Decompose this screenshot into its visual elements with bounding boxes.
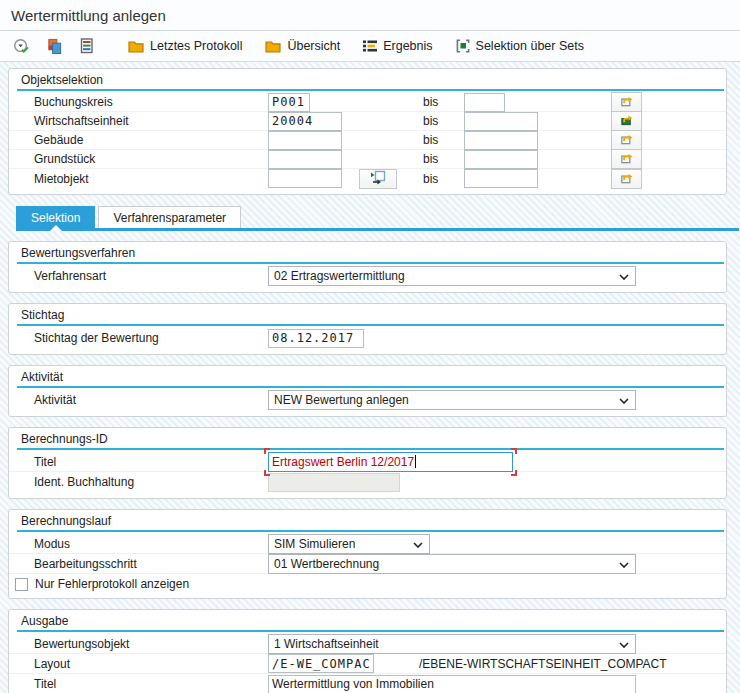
main-content: Objektselektion Buchungskreis bis Wir — [0, 62, 740, 693]
multi-select-button[interactable] — [611, 130, 642, 150]
section-underline — [17, 262, 724, 264]
multi-select-icon — [619, 131, 635, 149]
gebaeude-to-input[interactable] — [464, 131, 538, 150]
tab-strip: Selektion Verfahrensparameter — [16, 206, 739, 231]
protocol-list-button[interactable] — [76, 36, 98, 56]
stichtag-label: Stichtag der Bewertung — [34, 328, 268, 348]
multi-select-button[interactable] — [611, 92, 642, 112]
wirtschaftseinheit-input[interactable] — [268, 112, 342, 131]
window-titlebar: Wertermittlung anlegen — [0, 0, 740, 31]
wirtschaftseinheit-to-input[interactable] — [464, 112, 538, 131]
active-tab-notch — [50, 225, 62, 231]
verfahrensart-select[interactable]: 02 Ertragswertermittlung — [268, 266, 636, 286]
focus-corner — [511, 470, 517, 476]
mietobjekt-row: Mietobjekt bis — [9, 169, 726, 188]
verfahrensart-row: Verfahrensart 02 Ertragswertermittlung — [9, 266, 726, 286]
section-title: Stichtag — [9, 304, 726, 324]
grundstueck-row: Grundstück bis — [9, 150, 726, 169]
aktivitaet-select[interactable]: NEW Bewertung anlegen — [268, 390, 636, 410]
last-protocol-button[interactable]: Letztes Protokoll — [124, 37, 245, 56]
modus-select[interactable]: SIM Simulieren — [268, 534, 430, 554]
buchungskreis-to-input[interactable] — [464, 93, 505, 112]
execute-icon — [13, 38, 30, 55]
layout-input[interactable] — [268, 654, 374, 673]
chevron-down-icon — [619, 557, 629, 571]
layout-row: Layout /EBENE-WIRTSCHAFTSEINHEIT_COMPACT — [9, 654, 726, 674]
buchungskreis-input[interactable] — [268, 93, 310, 112]
ident-buchhaltung-label: Ident. Buchhaltung — [34, 472, 268, 492]
layout-label: Layout — [34, 654, 268, 673]
modus-row: Modus SIM Simulieren — [9, 534, 726, 554]
grundstueck-label: Grundstück — [34, 150, 268, 168]
grundstueck-to-input[interactable] — [464, 150, 538, 169]
wirtschaftseinheit-row: Wirtschaftseinheit bis — [9, 112, 726, 131]
chevron-down-icon — [619, 637, 629, 651]
berechnungslauf-group: Berechnungslauf Modus SIM Simulieren Bea… — [8, 509, 727, 599]
chevron-down-icon — [413, 537, 423, 551]
selection-via-sets-button[interactable]: Selektion über Sets — [452, 36, 587, 56]
pages-icon — [46, 38, 63, 55]
fehlerprotokoll-checkbox-row: Nur Fehlerprotokoll anzeigen — [9, 576, 726, 592]
gebaeude-input[interactable] — [268, 131, 342, 150]
folder-icon — [127, 39, 145, 54]
berechnungs-id-group: Berechnungs-ID Titel Ertragswert Berlin … — [8, 427, 727, 499]
tab-verfahrensparameter[interactable]: Verfahrensparameter — [98, 206, 241, 228]
section-underline — [17, 530, 724, 532]
result-button[interactable]: Ergebnis — [359, 37, 435, 56]
application-toolbar: Letztes Protokoll Übersicht Ergebnis — [0, 31, 740, 62]
object-navigation-icon — [369, 169, 387, 188]
fehlerprotokoll-checkbox[interactable] — [15, 578, 28, 591]
stichtag-row: Stichtag der Bewertung — [9, 328, 726, 348]
ident-buchhaltung-input — [268, 473, 400, 492]
multi-select-active-icon — [619, 112, 635, 130]
section-title: Aktivität — [9, 366, 726, 386]
section-underline — [17, 448, 724, 450]
multi-select-button[interactable] — [611, 111, 642, 131]
execute-button[interactable] — [10, 36, 33, 57]
section-title: Berechnungslauf — [9, 510, 726, 530]
mietobjekt-input[interactable] — [268, 169, 342, 188]
result-grid-icon — [362, 39, 378, 54]
verfahrensart-label: Verfahrensart — [34, 266, 268, 286]
chevron-down-icon — [619, 269, 629, 283]
section-underline — [17, 324, 724, 326]
overview-button[interactable]: Übersicht — [261, 37, 343, 56]
focus-corner — [264, 448, 270, 454]
section-title: Ausgabe — [9, 610, 726, 630]
focus-corner — [264, 470, 270, 476]
buchungskreis-row: Buchungskreis bis — [9, 93, 726, 112]
sets-icon — [455, 38, 471, 54]
titel-row: Titel Ertragswert Berlin 12/2017 — [9, 452, 726, 472]
last-protocol-label: Letztes Protokoll — [150, 39, 242, 53]
multi-select-icon — [619, 170, 635, 188]
section-underline — [17, 89, 724, 91]
bearbeitungsschritt-row: Bearbeitungsschritt 01 Wertberechnung — [9, 554, 726, 574]
page-title: Wertermittlung anlegen — [11, 7, 166, 24]
aktivitaet-row: Aktivität NEW Bewertung anlegen — [9, 390, 726, 410]
section-underline — [17, 386, 724, 388]
focus-corner — [511, 448, 517, 454]
bearbeitungsschritt-select[interactable]: 01 Wertberechnung — [268, 554, 636, 574]
copy-pages-button[interactable] — [43, 36, 66, 57]
multi-select-button[interactable] — [611, 169, 642, 189]
grundstueck-input[interactable] — [268, 150, 342, 169]
bis-label: bis — [423, 172, 464, 186]
stichtag-date-input[interactable] — [268, 329, 364, 348]
selection-via-sets-label: Selektion über Sets — [476, 39, 584, 53]
gebaeude-label: Gebäude — [34, 131, 268, 149]
aktivitaet-label: Aktivität — [34, 390, 268, 410]
rental-object-select-button[interactable] — [359, 169, 397, 189]
bis-label: bis — [423, 133, 464, 147]
mietobjekt-to-input[interactable] — [464, 169, 538, 188]
objektselektion-group: Objektselektion Buchungskreis bis Wir — [8, 68, 727, 195]
titel-input[interactable]: Ertragswert Berlin 12/2017 — [268, 452, 513, 472]
ausgabe-titel-input[interactable] — [268, 675, 636, 693]
text-cursor — [415, 455, 416, 468]
multi-select-button[interactable] — [611, 149, 642, 169]
aktivitaet-group: Aktivität Aktivität NEW Bewertung anlege… — [8, 365, 727, 417]
chevron-down-icon — [619, 393, 629, 407]
bewertungsobjekt-select[interactable]: 1 Wirtschaftseinheit — [268, 634, 636, 654]
bewertungsverfahren-group: Bewertungsverfahren Verfahrensart 02 Ert… — [8, 241, 727, 293]
ausgabe-titel-label: Titel — [34, 674, 268, 693]
bearbeitungsschritt-label: Bearbeitungsschritt — [34, 554, 268, 573]
